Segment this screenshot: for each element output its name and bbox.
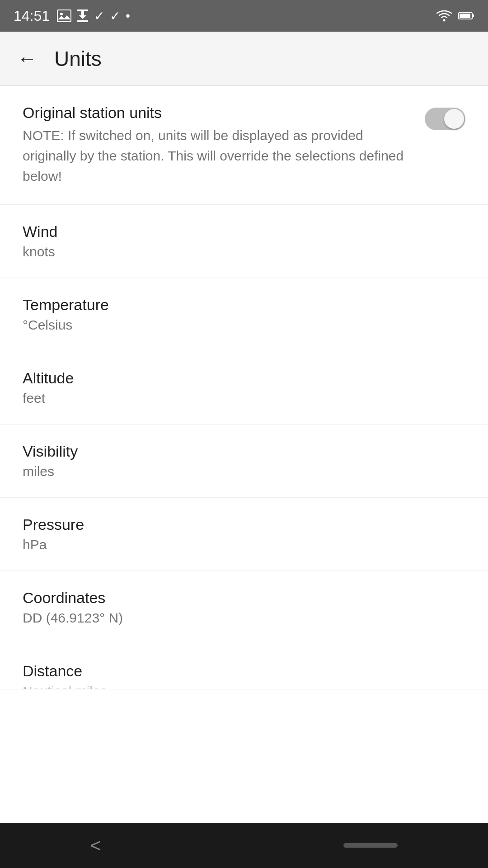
- wind-item[interactable]: Wind knots: [0, 205, 488, 278]
- pressure-item[interactable]: Pressure hPa: [0, 498, 488, 571]
- original-station-units-text: Original station units NOTE: If switched…: [23, 104, 425, 186]
- original-station-units-subtitle: NOTE: If switched on, units will be disp…: [23, 125, 411, 186]
- download-icon: [77, 9, 89, 23]
- altitude-item[interactable]: Altitude feet: [0, 351, 488, 425]
- wind-title: Wind: [23, 223, 452, 241]
- wind-subtitle: knots: [23, 244, 452, 259]
- status-bar: 14:51 ✓ ✓ •: [0, 0, 488, 32]
- altitude-title: Altitude: [23, 369, 452, 387]
- nav-back-button[interactable]: <: [90, 835, 101, 856]
- content-area: Original station units NOTE: If switched…: [0, 86, 488, 823]
- back-button[interactable]: ←: [14, 45, 41, 72]
- temperature-subtitle: °Celsius: [23, 317, 452, 333]
- svg-point-5: [443, 19, 446, 22]
- coordinates-subtitle: DD (46.9123° N): [23, 610, 452, 626]
- status-right: [436, 10, 474, 22]
- dot-icon: •: [126, 9, 130, 23]
- original-station-units-item[interactable]: Original station units NOTE: If switched…: [0, 86, 488, 205]
- temperature-text: Temperature °Celsius: [23, 296, 465, 333]
- svg-point-1: [60, 13, 63, 15]
- distance-item[interactable]: Distance Nautical miles: [0, 644, 488, 689]
- coordinates-text: Coordinates DD (46.9123° N): [23, 589, 465, 626]
- svg-rect-8: [472, 14, 474, 17]
- distance-title: Distance: [23, 662, 452, 680]
- altitude-text: Altitude feet: [23, 369, 465, 406]
- nav-bar: <: [0, 823, 488, 868]
- status-left: 14:51 ✓ ✓ •: [14, 8, 130, 24]
- wifi-icon: [436, 10, 452, 22]
- coordinates-item[interactable]: Coordinates DD (46.9123° N): [0, 571, 488, 644]
- svg-rect-2: [77, 9, 88, 11]
- double-check-icon: ✓: [110, 9, 120, 24]
- battery-icon: [458, 11, 474, 20]
- svg-rect-0: [57, 10, 71, 22]
- status-time: 14:51: [14, 8, 50, 24]
- image-icon: [57, 9, 71, 22]
- nav-home-indicator[interactable]: [343, 843, 398, 848]
- svg-rect-4: [77, 20, 88, 22]
- distance-text: Distance Nautical miles: [23, 662, 465, 689]
- temperature-item[interactable]: Temperature °Celsius: [0, 278, 488, 351]
- wind-text: Wind knots: [23, 223, 465, 259]
- pressure-subtitle: hPa: [23, 537, 452, 552]
- distance-subtitle: Nautical miles: [23, 684, 452, 689]
- coordinates-title: Coordinates: [23, 589, 452, 607]
- altitude-subtitle: feet: [23, 391, 452, 406]
- original-station-units-title: Original station units: [23, 104, 411, 122]
- temperature-title: Temperature: [23, 296, 452, 314]
- pressure-text: Pressure hPa: [23, 516, 465, 552]
- check-icon: ✓: [94, 9, 104, 24]
- visibility-subtitle: miles: [23, 464, 452, 479]
- page-title: Units: [54, 47, 102, 71]
- visibility-text: Visibility miles: [23, 443, 465, 479]
- original-station-units-toggle[interactable]: [425, 108, 465, 130]
- pressure-title: Pressure: [23, 516, 452, 533]
- status-icons: ✓ ✓ •: [57, 9, 130, 24]
- svg-rect-7: [460, 14, 470, 18]
- visibility-title: Visibility: [23, 443, 452, 460]
- visibility-item[interactable]: Visibility miles: [0, 425, 488, 498]
- toggle-knob: [444, 109, 464, 129]
- app-bar: ← Units: [0, 32, 488, 86]
- back-arrow-icon: ←: [17, 47, 37, 70]
